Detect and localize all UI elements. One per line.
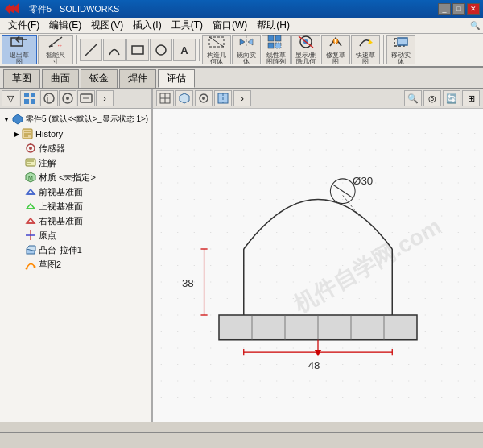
root-arrow[interactable]: ▼ xyxy=(3,116,10,123)
annotations-label: 注解 xyxy=(39,157,56,169)
quick-sketch-icon xyxy=(357,35,374,52)
svg-rect-26 xyxy=(24,99,29,104)
tree-material[interactable]: M 材质 <未指定> xyxy=(2,170,150,185)
tree-top-plane[interactable]: 上视基准面 xyxy=(2,199,150,214)
history-arrow[interactable]: ▶ xyxy=(14,131,19,138)
sketch2-icon xyxy=(24,258,37,271)
svg-text:!: ! xyxy=(334,38,336,45)
view-search4[interactable]: ⊞ xyxy=(462,90,480,106)
filter-btn[interactable]: ▽ xyxy=(2,90,19,106)
svg-line-10 xyxy=(209,37,224,47)
close-btn[interactable]: ✕ xyxy=(467,3,480,15)
front-plane-icon xyxy=(24,185,37,198)
minimize-btn[interactable]: _ xyxy=(438,3,451,15)
svg-marker-0 xyxy=(5,2,19,14)
svg-rect-12 xyxy=(268,35,274,41)
canvas-toolbar: › 🔍 ◎ 🔄 ⊞ xyxy=(153,89,483,109)
view-search2[interactable]: ◎ xyxy=(423,90,441,106)
svg-rect-13 xyxy=(275,35,281,41)
smart-dim-btn[interactable]: ↔ 智能尺寸 xyxy=(38,35,73,64)
part-icon xyxy=(11,113,24,126)
top-plane-label: 上视基准面 xyxy=(39,201,83,213)
tree-sensors[interactable]: 传感器 xyxy=(2,141,150,156)
repair-btn[interactable]: ! 修复草图 xyxy=(321,35,350,64)
property-tab[interactable]: i xyxy=(40,90,58,106)
view-search1[interactable]: 🔍 xyxy=(404,90,422,106)
array-btn[interactable]: 线性草图阵列 xyxy=(262,35,291,64)
svg-rect-24 xyxy=(24,93,29,97)
svg-point-8 xyxy=(156,45,166,55)
show-delete-label: 显示/删除几何 xyxy=(295,52,316,65)
line-btn[interactable] xyxy=(80,39,102,61)
quick-sketch-btn[interactable]: 快速草图 xyxy=(351,35,380,64)
arc-btn[interactable] xyxy=(103,39,126,61)
sketch2-label: 草图2 xyxy=(39,259,61,271)
svg-line-6 xyxy=(85,44,97,56)
drawing-svg: Ø30 38 48 xyxy=(153,109,483,422)
origin-label: 原点 xyxy=(39,230,56,242)
tree-right-plane[interactable]: 右视基准面 xyxy=(2,214,150,228)
mirror-btn[interactable]: 镜向实体 xyxy=(232,35,261,64)
circle-btn[interactable] xyxy=(150,39,172,61)
menu-view[interactable]: 视图(V) xyxy=(86,17,128,34)
construct-btn[interactable]: 构造几何体 xyxy=(202,35,231,64)
view-search3[interactable]: 🔄 xyxy=(443,90,460,106)
svg-point-31 xyxy=(66,97,69,100)
menu-insert[interactable]: 插入(I) xyxy=(128,17,166,34)
tree-origin[interactable]: 原点 xyxy=(2,228,150,243)
exit-sketch-label: 退出草图 xyxy=(10,52,29,65)
maximize-btn[interactable]: □ xyxy=(452,3,465,15)
menu-window[interactable]: 窗口(W) xyxy=(208,17,252,34)
tab-weldment[interactable]: 焊件 xyxy=(119,69,156,88)
display-style-btn[interactable] xyxy=(175,90,193,106)
svg-point-64 xyxy=(202,97,205,100)
svg-point-28 xyxy=(44,93,54,103)
status-bar xyxy=(0,432,483,448)
svg-text:M: M xyxy=(28,175,33,180)
expand-btn[interactable]: › xyxy=(96,90,114,106)
tab-sketch[interactable]: 草图 xyxy=(3,69,40,88)
view-focus-btn[interactable]: › xyxy=(233,90,251,106)
menu-edit[interactable]: 编辑(E) xyxy=(44,17,86,34)
exit-sketch-btn[interactable]: 退出草图 xyxy=(2,35,37,64)
material-label: 材质 <未指定> xyxy=(39,172,96,184)
view-orient-btn[interactable] xyxy=(156,90,174,106)
rect-btn[interactable] xyxy=(126,39,149,61)
feature-tree: ▼ 零件5 (默认<<默认>_显示状态 1>) ▶ xyxy=(0,109,151,422)
svg-rect-15 xyxy=(275,43,281,48)
tab-strip: 草图 曲面 钣金 焊件 评估 xyxy=(0,68,483,89)
display-tab[interactable] xyxy=(77,90,95,106)
move-entity-btn[interactable]: 移动实体 xyxy=(386,35,415,64)
text-btn[interactable]: A xyxy=(173,39,196,61)
show-delete-icon xyxy=(297,35,315,52)
left-panel-toolbar: ▽ i › xyxy=(0,89,151,109)
window-title: 零件5 - SOLIDWORKS xyxy=(29,3,438,15)
menu-file[interactable]: 文件(F) xyxy=(3,17,44,34)
tab-surface[interactable]: 曲面 xyxy=(42,69,79,88)
config-tab[interactable] xyxy=(59,90,76,106)
section-view-btn[interactable] xyxy=(214,90,232,106)
menubar: 文件(F) 编辑(E) 视图(V) 插入(I) 工具(T) 窗口(W) 帮助(H… xyxy=(0,18,483,34)
svg-rect-25 xyxy=(31,93,35,97)
menu-tools[interactable]: 工具(T) xyxy=(167,17,208,34)
menu-help[interactable]: 帮助(H) xyxy=(252,17,295,34)
show-delete-btn[interactable]: 显示/删除几何 xyxy=(291,35,320,64)
hide-show-btn[interactable] xyxy=(195,90,213,106)
feature-tab[interactable] xyxy=(20,90,39,106)
tree-extrude1[interactable]: 凸台-拉伸1 xyxy=(2,243,150,257)
exit-sketch-icon xyxy=(10,35,28,52)
tree-annotations[interactable]: 注解 xyxy=(2,156,150,170)
sketch-tools-group: 退出草图 ↔ 智能尺寸 xyxy=(2,35,77,64)
tab-evaluate[interactable]: 评估 xyxy=(158,69,195,88)
array-label: 线性草图阵列 xyxy=(266,52,286,65)
tree-sketch2[interactable]: 草图2 xyxy=(2,257,150,272)
tree-root[interactable]: ▼ 零件5 (默认<<默认>_显示状态 1>) xyxy=(2,112,150,127)
svg-rect-27 xyxy=(31,99,35,104)
tab-sheetmetal[interactable]: 钣金 xyxy=(80,69,118,88)
mirror-icon xyxy=(237,35,255,52)
svg-marker-47 xyxy=(27,189,35,194)
drawing-canvas[interactable]: 机件自学网.com xyxy=(153,109,483,422)
window-controls: _ □ ✕ xyxy=(438,3,480,15)
tree-history[interactable]: ▶ History xyxy=(2,127,150,141)
tree-front-plane[interactable]: 前视基准面 xyxy=(2,185,150,199)
